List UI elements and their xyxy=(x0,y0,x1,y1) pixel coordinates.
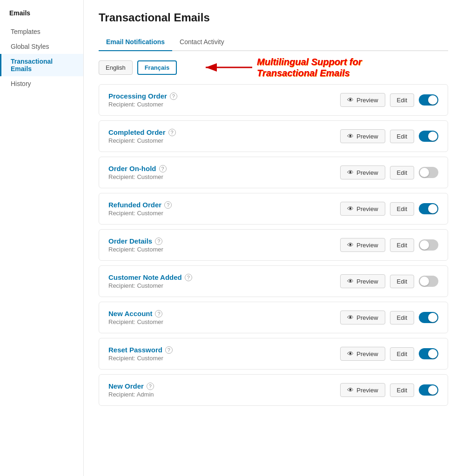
email-row-new-account: New Account?Recipient: Customer👁PreviewE… xyxy=(99,302,448,333)
email-actions-new-order: 👁PreviewEdit xyxy=(340,383,438,397)
tab-email-notifications[interactable]: Email Notifications xyxy=(99,33,172,51)
edit-button-refunded-order[interactable]: Edit xyxy=(390,202,414,216)
help-icon-new-account[interactable]: ? xyxy=(155,310,162,317)
preview-button-processing-order[interactable]: 👁Preview xyxy=(340,93,385,107)
arrow-icon xyxy=(201,56,257,79)
email-row-processing-order: Processing Order?Recipient: Customer👁Pre… xyxy=(99,84,448,116)
email-row-reset-password: Reset Password?Recipient: Customer👁Previ… xyxy=(99,338,448,370)
email-title-reset-password: Reset Password? xyxy=(108,346,173,354)
toggle-reset-password[interactable] xyxy=(419,348,438,359)
edit-button-completed-order[interactable]: Edit xyxy=(390,130,414,143)
sidebar-title: Emails xyxy=(0,9,83,24)
eye-icon: 👁 xyxy=(347,350,354,357)
toggle-thumb-refunded-order xyxy=(428,204,437,213)
edit-button-reset-password[interactable]: Edit xyxy=(390,347,414,361)
preview-button-new-order[interactable]: 👁Preview xyxy=(340,383,385,397)
eye-icon: 👁 xyxy=(347,96,354,104)
email-row-left-refunded-order: Refunded Order?Recipient: Customer xyxy=(108,201,172,217)
email-row-left-processing-order: Processing Order?Recipient: Customer xyxy=(108,92,177,108)
lang-btn-english[interactable]: English xyxy=(99,60,133,75)
help-icon-reset-password[interactable]: ? xyxy=(165,346,173,354)
sidebar: Emails TemplatesGlobal StylesTransaction… xyxy=(0,0,84,476)
email-recipient-customer-note-added: Recipient: Customer xyxy=(108,282,192,289)
email-actions-processing-order: 👁PreviewEdit xyxy=(340,93,438,107)
toggle-thumb-new-order xyxy=(428,385,437,395)
preview-button-new-account[interactable]: 👁Preview xyxy=(340,311,385,324)
email-row-order-details: Order Details?Recipient: Customer👁Previe… xyxy=(99,229,448,261)
email-row-refunded-order: Refunded Order?Recipient: Customer👁Previ… xyxy=(99,193,448,225)
preview-button-customer-note-added[interactable]: 👁Preview xyxy=(340,274,385,288)
lang-btn-francais[interactable]: Français xyxy=(137,60,177,75)
main-content: Transactional Emails Email Notifications… xyxy=(84,0,463,476)
toggle-thumb-reset-password xyxy=(428,349,437,358)
email-row-left-reset-password: Reset Password?Recipient: Customer xyxy=(108,346,173,362)
toggle-new-order[interactable] xyxy=(419,384,438,396)
help-icon-new-order[interactable]: ? xyxy=(147,383,154,390)
email-title-refunded-order: Refunded Order? xyxy=(108,201,172,209)
email-row-left-completed-order: Completed Order?Recipient: Customer xyxy=(108,128,176,144)
email-actions-reset-password: 👁PreviewEdit xyxy=(340,347,438,361)
email-row-left-new-account: New Account?Recipient: Customer xyxy=(108,310,163,325)
help-icon-processing-order[interactable]: ? xyxy=(170,93,177,100)
help-icon-refunded-order[interactable]: ? xyxy=(164,201,172,209)
help-icon-order-details[interactable]: ? xyxy=(155,238,162,245)
email-row-customer-note-added: Customer Note Added?Recipient: Customer👁… xyxy=(99,265,448,297)
annotation-text: Multilingual Support for Transactional E… xyxy=(257,56,362,79)
email-recipient-new-order: Recipient: Admin xyxy=(108,391,154,398)
toggle-thumb-customer-note-added xyxy=(420,277,429,286)
email-row-left-order-on-hold: Order On-hold?Recipient: Customer xyxy=(108,165,167,180)
edit-button-processing-order[interactable]: Edit xyxy=(390,93,414,107)
email-title-new-account: New Account? xyxy=(108,310,163,317)
toggle-refunded-order[interactable] xyxy=(419,203,438,214)
email-title-customer-note-added: Customer Note Added? xyxy=(108,273,192,281)
email-recipient-processing-order: Recipient: Customer xyxy=(108,101,177,108)
email-row-completed-order: Completed Order?Recipient: Customer👁Prev… xyxy=(99,120,448,152)
toggle-completed-order[interactable] xyxy=(419,131,438,142)
eye-icon: 👁 xyxy=(347,169,354,176)
email-actions-new-account: 👁PreviewEdit xyxy=(340,311,438,324)
sidebar-item-history[interactable]: History xyxy=(0,76,83,91)
tab-contact-activity[interactable]: Contact Activity xyxy=(172,33,232,51)
preview-button-reset-password[interactable]: 👁Preview xyxy=(340,347,385,361)
email-actions-order-on-hold: 👁PreviewEdit xyxy=(340,165,438,179)
preview-button-completed-order[interactable]: 👁Preview xyxy=(340,129,385,143)
edit-button-order-details[interactable]: Edit xyxy=(390,238,414,252)
preview-button-order-details[interactable]: 👁Preview xyxy=(340,238,385,252)
eye-icon: 👁 xyxy=(347,386,354,394)
edit-button-customer-note-added[interactable]: Edit xyxy=(390,275,414,288)
email-title-processing-order: Processing Order? xyxy=(108,92,177,100)
email-actions-refunded-order: 👁PreviewEdit xyxy=(340,202,438,216)
edit-button-new-order[interactable]: Edit xyxy=(390,383,414,397)
email-title-order-on-hold: Order On-hold? xyxy=(108,165,167,172)
toggle-processing-order[interactable] xyxy=(419,94,438,106)
annotation: Multilingual Support for Transactional E… xyxy=(201,56,362,79)
edit-button-new-account[interactable]: Edit xyxy=(390,311,414,324)
edit-button-order-on-hold[interactable]: Edit xyxy=(390,166,414,179)
sidebar-item-templates[interactable]: Templates xyxy=(0,24,83,39)
eye-icon: 👁 xyxy=(347,278,354,285)
toggle-order-details[interactable] xyxy=(419,239,438,251)
preview-button-refunded-order[interactable]: 👁Preview xyxy=(340,202,385,216)
email-row-new-order: New Order?Recipient: Admin👁PreviewEdit xyxy=(99,374,448,406)
email-title-new-order: New Order? xyxy=(108,382,154,390)
email-title-completed-order: Completed Order? xyxy=(108,128,176,136)
email-title-order-details: Order Details? xyxy=(108,237,163,245)
toggle-customer-note-added[interactable] xyxy=(419,276,438,287)
preview-button-order-on-hold[interactable]: 👁Preview xyxy=(340,165,385,179)
email-actions-completed-order: 👁PreviewEdit xyxy=(340,129,438,143)
email-recipient-order-on-hold: Recipient: Customer xyxy=(108,173,167,180)
email-recipient-refunded-order: Recipient: Customer xyxy=(108,210,172,217)
help-icon-order-on-hold[interactable]: ? xyxy=(159,165,167,172)
email-recipient-new-account: Recipient: Customer xyxy=(108,318,163,325)
toggle-thumb-order-on-hold xyxy=(420,168,429,177)
help-icon-customer-note-added[interactable]: ? xyxy=(185,274,192,281)
help-icon-completed-order[interactable]: ? xyxy=(168,129,176,136)
sidebar-item-transactional-emails[interactable]: Transactional Emails xyxy=(0,54,83,76)
email-row-left-new-order: New Order?Recipient: Admin xyxy=(108,382,154,398)
toggle-order-on-hold[interactable] xyxy=(419,167,438,178)
email-row-left-order-details: Order Details?Recipient: Customer xyxy=(108,237,163,253)
email-list: Processing Order?Recipient: Customer👁Pre… xyxy=(99,84,448,406)
sidebar-item-global-styles[interactable]: Global Styles xyxy=(0,39,83,54)
email-row-left-customer-note-added: Customer Note Added?Recipient: Customer xyxy=(108,273,192,289)
toggle-new-account[interactable] xyxy=(419,312,438,323)
